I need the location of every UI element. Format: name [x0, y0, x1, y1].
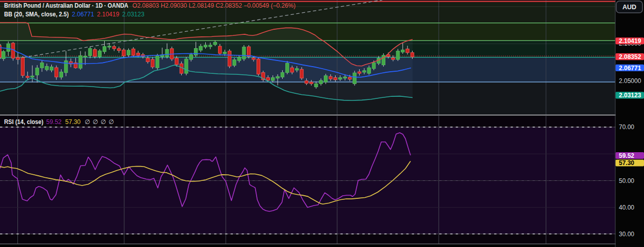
svg-text:57.30: 57.30 [65, 118, 81, 126]
svg-text:2.10419: 2.10419 [97, 11, 120, 18]
svg-text:50.00: 50.00 [619, 177, 634, 184]
svg-text:British Pound / Australian Dol: British Pound / Australian Dollar · 1D ·… [4, 2, 128, 9]
svg-text:59.52: 59.52 [619, 152, 634, 159]
svg-text:57.30: 57.30 [619, 159, 634, 167]
svg-text:2.03123: 2.03123 [619, 92, 641, 99]
svg-text:40.00: 40.00 [619, 204, 634, 211]
svg-text:RSI (14, close): RSI (14, close) [4, 118, 44, 126]
svg-text:70.00: 70.00 [619, 123, 634, 131]
svg-text:O2.08803 H2.09030 L2.08149 C2.: O2.08803 H2.09030 L2.08149 C2.08352 −0.0… [132, 2, 296, 9]
svg-text:2.03123: 2.03123 [122, 11, 145, 18]
svg-text:AUD: AUD [622, 4, 636, 11]
svg-text:BB (20, SMA, close, 2.5): BB (20, SMA, close, 2.5) [4, 11, 69, 18]
svg-text:2.05000: 2.05000 [619, 77, 641, 85]
svg-text:2.06771: 2.06771 [619, 65, 641, 72]
svg-text:59.52: 59.52 [46, 118, 62, 126]
svg-text:2.06771: 2.06771 [72, 11, 94, 18]
svg-text:30.00: 30.00 [619, 231, 634, 238]
svg-text:2.10419: 2.10419 [619, 37, 641, 45]
svg-text:2.08352: 2.08352 [619, 53, 641, 60]
